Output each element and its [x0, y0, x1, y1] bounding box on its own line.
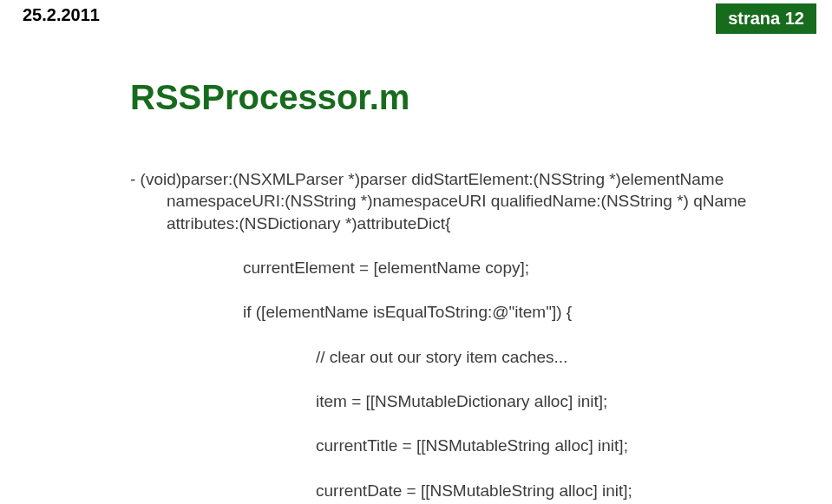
code-block: - (void)parser:(NSXMLParser *)parser did… — [130, 146, 797, 504]
code-line: if ([elementName isEqualToString:@"item"… — [130, 301, 797, 324]
code-line: - (void)parser:(NSXMLParser *)parser did… — [130, 168, 797, 235]
slide: 25.2.2011 strana 12 RSSProcessor.m - (vo… — [0, 0, 832, 504]
code-line: item = [[NSMutableDictionary alloc] init… — [130, 390, 797, 413]
code-line: currentTitle = [[NSMutableString alloc] … — [130, 435, 797, 457]
header-page-badge: strana 12 — [716, 3, 816, 34]
header-date: 25.2.2011 — [23, 5, 100, 25]
code-line: currentElement = [elementName copy]; — [130, 257, 797, 279]
slide-title: RSSProcessor.m — [130, 78, 409, 117]
code-line: // clear out our story item caches... — [130, 346, 797, 369]
code-line: currentDate = [[NSMutableString alloc] i… — [130, 480, 797, 502]
